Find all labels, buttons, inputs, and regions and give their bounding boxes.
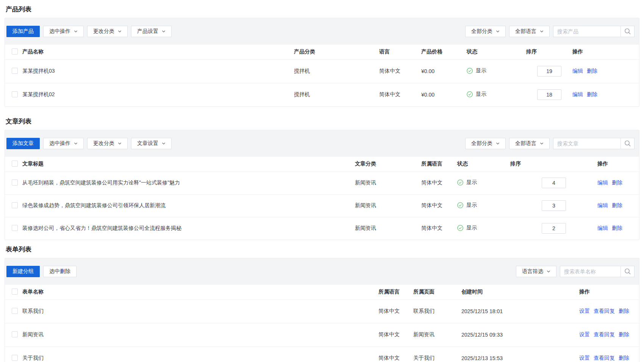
table-row: 绿色装修成趋势，鼎筑空间建筑装修公司引领环保人居新潮流新闻资讯简体中文显示编辑删… [5,194,639,217]
sort-input[interactable] [537,89,561,100]
table-row: 从毛坯到精装，鼎筑空间建筑装修公司用实力诠释"一站式装修"魅力新闻资讯简体中文显… [5,172,639,194]
dropdown-label: 语言筛选 [522,268,543,275]
add-product-button[interactable]: 添加产品 [6,26,40,37]
table-row: 联系我们简体中文联系我们2025/12/15 18:01设置查看回复删除 [5,300,639,323]
products-search-input[interactable] [553,26,621,37]
action-link[interactable]: 设置 [579,331,590,337]
status-badge: 显示 [457,179,477,186]
action-link[interactable]: 删除 [587,91,597,97]
action-link[interactable]: 删除 [619,308,629,314]
cell-text: ¥0.00 [421,83,467,106]
check-circle-icon [457,179,463,186]
forms-search-button[interactable] [621,266,635,277]
forms-toolbar: 新建分组 选中删除 语言筛选 [5,258,639,285]
action-link[interactable]: 删除 [612,202,622,208]
action-link[interactable]: 编辑 [597,225,608,231]
action-link[interactable]: 编辑 [597,202,608,208]
sort-input[interactable] [542,178,566,188]
cell-text: 从毛坯到精装，鼎筑空间建筑装修公司用实力诠释"一站式装修"魅力 [22,172,355,194]
action-link[interactable]: 编辑 [597,179,608,186]
articles-settings-dropdown[interactable]: 文章设置 [131,138,172,149]
table-header-row: 文章标题 文章分类 所属语言 状态 排序 操作 [5,157,639,172]
chevron-down-icon [74,142,78,145]
action-link[interactable]: 删除 [587,68,597,74]
select-all-checkbox[interactable] [12,289,18,295]
articles-section-title: 文章列表 [5,112,639,130]
cell-text: 2025/12/15 09:33 [461,323,579,346]
dropdown-label: 选中操作 [49,140,70,147]
sort-input[interactable] [542,200,566,211]
action-link[interactable]: 删除 [612,225,622,231]
products-settings-dropdown[interactable]: 产品设置 [131,26,172,37]
column-header: 表单名称 [22,285,378,300]
cell-text: 关于我们 [22,346,378,362]
row-checkbox[interactable] [12,355,18,361]
action-link[interactable]: 设置 [579,308,590,314]
column-header: 操作 [597,157,639,172]
chevron-down-icon [496,142,500,145]
column-header: 操作 [579,285,639,300]
products-toolbar: 添加产品 选中操作 更改分类 产品设置 全部分类 全部语言 [5,18,639,45]
cell-text: 简体中文 [421,172,457,194]
row-checkbox[interactable] [12,331,18,337]
action-link[interactable]: 编辑 [572,91,583,97]
forms-card: 新建分组 选中删除 语言筛选 表单名称 所属语言 所属页面 创建时间 操作 联系… [5,258,639,362]
dropdown-label: 更改分类 [93,140,114,147]
status-label: 显示 [466,202,477,209]
table-header-row: 产品名称 产品分类 语言 产品价格 状态 排序 操作 [5,45,639,59]
chevron-down-icon [540,142,544,145]
products-language-filter-dropdown[interactable]: 全部语言 [509,26,550,37]
status-label: 显示 [476,67,486,74]
action-link[interactable]: 删除 [619,331,629,337]
table-header-row: 表单名称 所属语言 所属页面 创建时间 操作 [5,285,639,300]
action-link[interactable]: 删除 [612,179,622,186]
forms-language-filter-dropdown[interactable]: 语言筛选 [516,266,556,277]
action-link[interactable]: 查看回复 [594,355,615,361]
status-badge: 显示 [467,91,486,98]
forms-search-input[interactable] [560,266,621,277]
articles-search-input[interactable] [553,138,621,149]
table-row: 新闻资讯简体中文新闻资讯2025/12/15 09:33设置查看回复删除 [5,323,639,346]
products-change-category-dropdown[interactable]: 更改分类 [87,26,128,37]
row-checkbox[interactable] [12,225,18,231]
articles-change-category-dropdown[interactable]: 更改分类 [87,138,128,149]
sort-input[interactable] [542,223,566,234]
delete-selected-button[interactable]: 选中删除 [43,266,77,277]
status-label: 显示 [476,91,486,98]
column-header: 排序 [510,157,597,172]
chevron-down-icon [540,30,544,33]
new-group-button[interactable]: 新建分组 [6,266,40,277]
articles-table: 文章标题 文章分类 所属语言 状态 排序 操作 从毛坯到精装，鼎筑空间建筑装修公… [5,157,639,240]
action-link[interactable]: 查看回复 [594,331,615,337]
products-search-button[interactable] [621,26,635,37]
row-checkbox[interactable] [12,68,18,74]
cell-text: 新闻资讯 [355,217,421,240]
chevron-down-icon [496,30,500,33]
select-all-checkbox[interactable] [12,48,18,55]
articles-category-filter-dropdown[interactable]: 全部分类 [465,138,506,149]
cell-text: 新闻资讯 [355,194,421,217]
select-all-checkbox[interactable] [12,161,18,167]
articles-search-button[interactable] [621,138,635,149]
chevron-down-icon [162,142,166,145]
articles-language-filter-dropdown[interactable]: 全部语言 [509,138,550,149]
action-link[interactable]: 删除 [619,355,629,361]
add-article-button[interactable]: 添加文章 [6,138,40,149]
column-header: 语言 [379,45,421,59]
action-link[interactable]: 设置 [579,355,590,361]
row-checkbox[interactable] [12,179,18,186]
column-header: 所属页面 [413,285,461,300]
articles-selected-actions-dropdown[interactable]: 选中操作 [43,138,84,149]
column-header: 排序 [526,45,572,59]
row-checkbox[interactable] [12,91,18,97]
row-checkbox[interactable] [12,202,18,208]
products-category-filter-dropdown[interactable]: 全部分类 [465,26,506,37]
row-checkbox[interactable] [12,308,18,314]
cell-text: 2025/12/15 18:01 [461,300,579,323]
sort-input[interactable] [537,66,561,76]
action-link[interactable]: 查看回复 [594,308,615,314]
cell-text: 搅拌机 [294,83,379,106]
action-link[interactable]: 编辑 [572,68,583,74]
dropdown-label: 全部语言 [515,28,536,35]
products-selected-actions-dropdown[interactable]: 选中操作 [43,26,84,37]
